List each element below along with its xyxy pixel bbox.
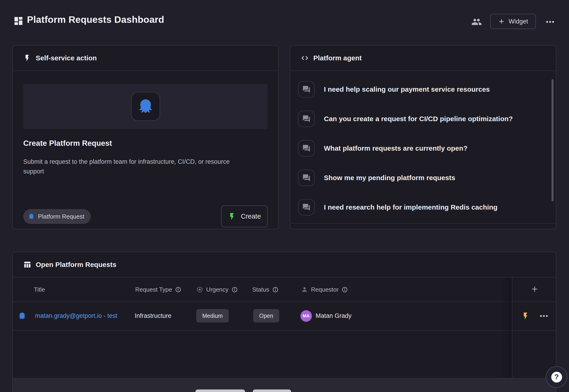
table-card-header: Open Platform Requests bbox=[13, 252, 556, 278]
help-button[interactable]: ? bbox=[546, 366, 567, 388]
radio-icon bbox=[196, 286, 203, 293]
add-widget-label: Widget bbox=[509, 18, 528, 25]
platform-requests-dashboard: Platform Requests Dashboard Widget Self-… bbox=[0, 0, 569, 392]
chat-bubble-icon bbox=[298, 199, 315, 216]
platform-agent-card: Platform agent I need help scaling our p… bbox=[290, 45, 556, 229]
row-divider bbox=[13, 330, 556, 331]
info-icon[interactable] bbox=[272, 287, 279, 293]
octopus-icon bbox=[137, 98, 155, 115]
requestor-cell: MA Matan Grady bbox=[300, 301, 352, 330]
agent-footer-divider bbox=[290, 223, 556, 224]
agent-card-header: Platform agent bbox=[290, 46, 556, 71]
bolt-icon bbox=[23, 54, 31, 62]
platform-request-chip[interactable]: Platform Request bbox=[23, 209, 91, 224]
table-card-title: Open Platform Requests bbox=[36, 261, 116, 268]
table-footer bbox=[13, 378, 556, 392]
horizontal-scrollbar[interactable] bbox=[253, 390, 291, 392]
more-options-icon[interactable] bbox=[543, 17, 557, 27]
request-type-value: Infrastructure bbox=[135, 301, 171, 330]
avatar: MA bbox=[300, 310, 312, 322]
vertical-scrollbar[interactable] bbox=[552, 79, 554, 201]
plus-icon bbox=[530, 285, 539, 293]
column-header-urgency[interactable]: Urgency bbox=[196, 278, 238, 301]
info-icon[interactable] bbox=[342, 287, 348, 293]
plus-icon bbox=[498, 18, 505, 25]
self-service-card-header: Self-service action bbox=[13, 46, 278, 71]
open-platform-requests-card: Open Platform Requests Title Request Typ… bbox=[12, 252, 556, 392]
column-header-requestor[interactable]: Requestor bbox=[301, 278, 348, 301]
column-header-status[interactable]: Status bbox=[252, 278, 279, 301]
agent-card-title: Platform agent bbox=[313, 54, 362, 62]
action-description: Submit a request to the platform team fo… bbox=[23, 157, 231, 176]
status-cell: Open bbox=[253, 309, 279, 322]
row-menu-icon[interactable] bbox=[539, 301, 551, 330]
urgency-badge: Medium bbox=[196, 309, 229, 322]
horizontal-scrollbar[interactable] bbox=[195, 390, 245, 392]
actions-column-divider bbox=[512, 278, 512, 378]
action-banner bbox=[23, 84, 268, 129]
action-title: Create Platform Request bbox=[23, 139, 112, 148]
dashboard-icon bbox=[13, 16, 24, 26]
column-label: Status bbox=[252, 286, 269, 293]
chat-bubble-icon bbox=[298, 169, 315, 186]
self-service-action-card: Self-service action Create Platform Requ… bbox=[12, 45, 279, 229]
code-icon bbox=[301, 54, 309, 62]
column-header-title[interactable]: Title bbox=[34, 278, 45, 301]
table-row: matan.grady@getport.io - test Infrastruc… bbox=[13, 301, 556, 330]
bolt-icon bbox=[228, 212, 236, 221]
chat-bubble-icon bbox=[298, 111, 315, 127]
chip-label: Platform Request bbox=[38, 213, 84, 220]
info-icon[interactable] bbox=[231, 287, 238, 293]
octopus-icon bbox=[18, 301, 27, 330]
suggestion-text: Can you create a request for CI/CD pipel… bbox=[324, 115, 513, 123]
chat-bubble-icon bbox=[298, 140, 315, 157]
question-mark-icon: ? bbox=[551, 372, 562, 383]
port-logo-tile bbox=[131, 92, 160, 121]
column-label: Request Type bbox=[135, 286, 172, 293]
agent-suggestion[interactable]: What platform requests are currently ope… bbox=[298, 140, 538, 157]
agent-suggestion[interactable]: I need research help for implementing Re… bbox=[298, 199, 538, 216]
request-title-link[interactable]: matan.grady@getport.io - test bbox=[35, 301, 117, 330]
add-widget-button[interactable]: Widget bbox=[490, 14, 536, 29]
column-label: Urgency bbox=[206, 286, 228, 293]
page-title: Platform Requests Dashboard bbox=[27, 14, 164, 25]
table-icon bbox=[23, 261, 31, 268]
agent-suggestion[interactable]: I need help scaling our payment service … bbox=[298, 81, 538, 98]
status-badge: Open bbox=[253, 309, 279, 322]
create-button-label: Create bbox=[241, 213, 261, 220]
self-service-card-title: Self-service action bbox=[36, 54, 97, 62]
create-button[interactable]: Create bbox=[221, 205, 268, 227]
requestor-name: Matan Grady bbox=[316, 312, 352, 320]
add-column-button[interactable] bbox=[528, 283, 541, 295]
suggestion-text: I need research help for implementing Re… bbox=[324, 203, 498, 211]
suggestion-text: What platform requests are currently ope… bbox=[324, 144, 467, 152]
info-icon[interactable] bbox=[175, 287, 181, 293]
octopus-icon bbox=[28, 213, 35, 220]
chat-bubble-icon bbox=[298, 81, 315, 98]
agent-suggestion[interactable]: Can you create a request for CI/CD pipel… bbox=[298, 111, 538, 127]
column-label: Requestor bbox=[311, 286, 339, 293]
person-icon bbox=[301, 286, 308, 293]
people-icon[interactable] bbox=[471, 17, 482, 27]
run-action-bolt-icon[interactable] bbox=[521, 301, 530, 330]
urgency-cell: Medium bbox=[196, 309, 229, 322]
suggestion-text: Show me my pending platform requests bbox=[324, 174, 455, 182]
suggestion-text: I need help scaling our payment service … bbox=[324, 85, 490, 93]
column-header-request-type[interactable]: Request Type bbox=[135, 278, 181, 301]
agent-suggestion[interactable]: Show me my pending platform requests bbox=[298, 169, 538, 186]
column-label: Title bbox=[34, 286, 45, 293]
